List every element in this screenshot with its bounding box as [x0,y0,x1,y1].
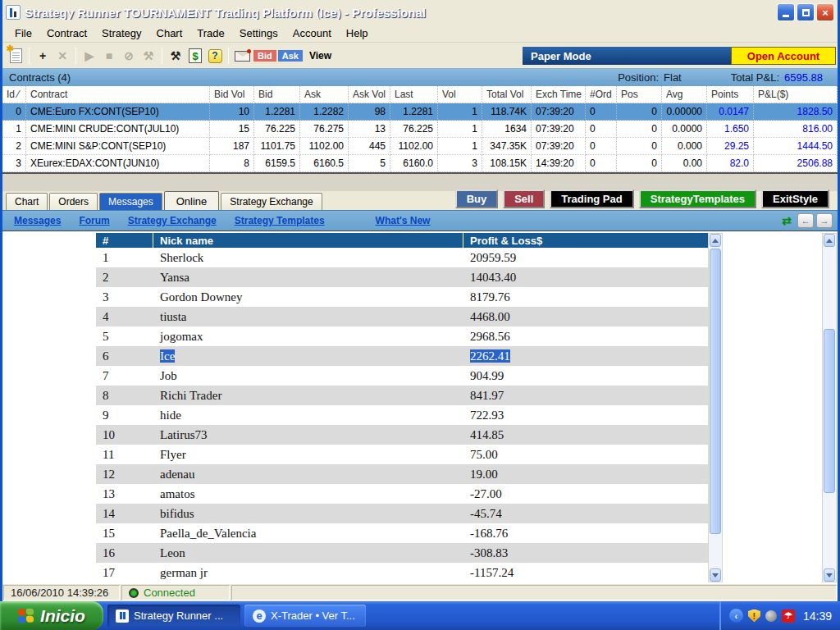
column-header-nick[interactable]: Nick name [153,233,463,248]
contract-row[interactable]: 3 XEurex:EDAX:CONT(JUN10) 8 6159.5 6160.… [2,155,838,172]
link-strategy-templates[interactable]: Strategy Templates [235,215,325,226]
column-header[interactable]: Ask Vol [349,86,390,103]
menu-item[interactable]: Settings [232,25,285,42]
action-button[interactable]: ExitStyle [761,189,829,208]
menu-item[interactable]: File [7,25,39,42]
link-messages[interactable]: Messages [14,215,61,226]
contract-row[interactable]: 0 CME:Euro FX:CONT(SEP10) 10 1.2281 1.22… [2,103,838,121]
bid-badge[interactable]: Bid [253,50,276,62]
link-bar: Messages Forum Strategy Exchange Strateg… [2,210,838,231]
column-header[interactable]: Last [390,86,438,103]
mail-icon[interactable] [233,47,251,65]
menu-item[interactable]: Chart [149,25,190,42]
leaderboard-row[interactable]: 5 jogomax 2968.56 [96,326,710,346]
leaderboard-row[interactable]: 13 amatos -27.00 [96,484,710,504]
forward-icon[interactable]: → [816,213,833,228]
leaderboard-row[interactable]: 17 german jr -1157.24 [96,563,710,582]
exch-time: 14:39:20 [532,155,586,172]
tab[interactable]: Messages [99,193,162,210]
leaderboard-row[interactable]: 4 tiusta 4468.00 [96,307,710,326]
scroll-down-icon[interactable] [824,568,835,582]
leaderboard-row[interactable]: 1 Sherlock 20959.59 [96,248,710,267]
menu-item[interactable]: Strategy [94,25,148,42]
open-account-button[interactable]: Open Account [731,47,836,65]
tab[interactable]: Online [164,191,220,211]
column-header[interactable]: Bid [254,86,300,103]
menu-item[interactable]: Account [285,25,339,42]
leaderboard-row[interactable]: 2 Yansa 14043.40 [96,267,710,287]
column-header[interactable]: Contract [26,86,210,103]
contract-name: CME:MINI CRUDE:CONT(JUL10) [26,121,210,138]
leaderboard-scrollbar[interactable] [708,233,723,582]
action-button[interactable]: Sell [503,189,545,208]
menu-item[interactable]: Contract [39,25,94,42]
leaderboard-row[interactable]: 10 Latirus73 414.85 [96,425,710,445]
column-header[interactable]: Id ⁄ [2,86,26,103]
add-icon[interactable]: + [34,47,52,65]
column-header[interactable]: Vol [438,86,482,103]
close-button[interactable]: × [816,3,834,21]
action-button[interactable]: Trading Pad [550,189,633,208]
tab[interactable]: Chart [6,193,48,210]
leaderboard-row[interactable]: 7 Job 904.99 [96,366,710,386]
scroll-down-icon[interactable] [710,568,721,582]
leaderboard-row[interactable]: 8 Richi Trader 841.97 [96,386,710,405]
tab[interactable]: Orders [49,193,98,210]
column-header-pl[interactable]: Profit & Loss$ [463,233,710,248]
menu-item[interactable]: Trade [189,25,231,42]
scroll-thumb[interactable] [824,329,835,493]
minimize-button[interactable] [777,3,795,21]
link-forum[interactable]: Forum [79,215,109,226]
help-icon[interactable]: ? [206,47,224,65]
leaderboard-row[interactable]: 14 bifidus -45.74 [96,504,710,523]
account-dollar-icon[interactable]: $ [186,47,204,65]
taskbar-task-strategy-runner[interactable]: Strategy Runner ... [107,605,240,627]
security-shield-icon[interactable]: ! [748,609,760,623]
leaderboard-row[interactable]: 3 Gordon Downey 8179.76 [96,287,710,307]
taskbar-task-x-trader[interactable]: e X-Trader • Ver T... [244,605,366,627]
column-header[interactable]: Pos [617,86,662,103]
column-header[interactable]: Points [707,86,754,103]
start-button[interactable]: Inicio [0,601,103,630]
leaderboard-row[interactable]: 6 Ice 2262.41 [96,346,710,366]
column-header[interactable]: Ask [300,86,349,103]
tools-icon[interactable]: ⚒ [167,47,185,65]
contract-row[interactable]: 1 CME:MINI CRUDE:CONT(JUL10) 15 76.225 7… [2,121,838,138]
action-button[interactable]: StrategyTemplates [639,189,756,208]
contract-row[interactable]: 2 CME:MINI S&P:CONT(SEP10) 187 1101.75 1… [2,138,838,155]
scroll-up-icon[interactable] [824,234,835,247]
antivirus-icon[interactable]: ☂ [782,609,795,623]
scroll-thumb[interactable] [710,249,721,534]
maximize-button[interactable] [797,3,815,21]
column-header[interactable]: P&L($) [754,86,838,103]
column-header[interactable]: Exch Time [532,86,586,103]
menu-item[interactable]: Help [339,25,376,42]
view-menu[interactable]: View [309,50,331,62]
leaderboard-row[interactable]: 11 Flyer 75.00 [96,445,710,464]
column-header[interactable]: #Ord [586,86,617,103]
online-panel: # Nick name Profit & Loss$ 1 Sherlock 20… [2,231,838,583]
column-header[interactable]: Avg [662,86,707,103]
leaderboard-row[interactable]: 9 hide 722.93 [96,405,710,425]
refresh-icon[interactable]: ⇄ [778,213,795,228]
column-header[interactable]: Bid Vol [210,86,254,103]
column-header-rank[interactable]: # [96,233,153,248]
ask-badge[interactable]: Ask [278,50,303,62]
contract-id: 2 [2,138,26,155]
leaderboard-row[interactable]: 16 Leon -308.83 [96,543,710,563]
back-icon[interactable]: ← [797,213,814,228]
column-header[interactable]: Total Vol [482,86,532,103]
link-whats-new[interactable]: What's New [376,215,431,226]
leaderboard-row[interactable]: 12 adenau 19.00 [96,464,710,484]
volume-icon[interactable] [765,610,777,622]
tab[interactable]: Strategy Exchange [221,193,322,210]
vol: 3 [438,155,482,172]
link-strategy-exchange[interactable]: Strategy Exchange [128,215,217,226]
new-strategy-icon[interactable] [7,47,25,65]
scroll-up-icon[interactable] [710,234,721,247]
panel-scrollbar[interactable] [822,233,837,582]
bid-vol: 10 [210,103,254,121]
leaderboard-row[interactable]: 15 Paella_de_Valencia -168.76 [96,523,710,543]
action-button[interactable]: Buy [455,189,499,208]
hide-icons-chevron-icon[interactable]: ‹ [729,609,743,623]
